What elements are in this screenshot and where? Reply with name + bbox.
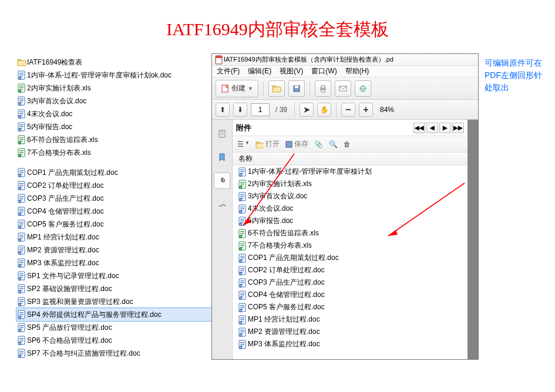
attach-add-button[interactable]: 📎 xyxy=(314,140,323,148)
attachment-item[interactable]: COP1 产品先期策划过程.doc xyxy=(233,252,467,264)
attachment-name: COP1 产品先期策划过程.doc xyxy=(248,253,339,263)
sidebar-thumbnails[interactable] xyxy=(214,126,230,142)
mail-button[interactable] xyxy=(335,80,351,97)
file-item[interactable]: COP1 产品先期策划过程.doc xyxy=(16,166,211,179)
zoom-out-button[interactable]: − xyxy=(341,103,355,117)
doc-icon xyxy=(16,70,27,80)
attachment-item[interactable]: COP2 订单处理过程.doc xyxy=(233,264,467,276)
page-down-button[interactable]: ⬇ xyxy=(233,103,247,117)
attachment-name: MP2 资源管理过程.doc xyxy=(248,327,320,337)
doc-icon xyxy=(237,290,248,300)
attachment-item[interactable]: COP3 产品生产过程.doc xyxy=(233,276,467,289)
share-button[interactable] xyxy=(355,80,371,97)
pdf-viewer-window: IATF16949内部审核全套模板（含内审计划报告检查表）.pd 文件(F) 编… xyxy=(211,53,479,360)
attach-search-button[interactable]: 🔍 xyxy=(329,140,338,148)
file-item[interactable]: SP2 基础设施管理过程.doc xyxy=(16,282,211,295)
doc-icon xyxy=(16,245,27,255)
file-item[interactable]: SP4 外部提供过程产品与服务管理过程.doc xyxy=(16,308,211,321)
attachment-name: 7不合格项分布表.xls xyxy=(248,241,312,251)
pdf-title: IATF16949内部审核全套模板（含内审计划报告检查表）.pd xyxy=(224,55,393,64)
attachment-item[interactable]: MP2 资源管理过程.doc xyxy=(233,326,467,338)
attachment-item[interactable]: MP1 经营计划过程.doc xyxy=(233,313,467,326)
file-item[interactable]: 4末次会议.doc xyxy=(16,107,211,120)
print-icon xyxy=(319,85,327,93)
attach-view-options[interactable]: ☰▼ xyxy=(237,140,250,148)
file-item[interactable]: COP5 客户服务过程.doc xyxy=(16,218,211,231)
attachments-panel: 附件 ◀◀ ◀ ▶ ▶▶ ☰▼ 打开 保存 📎 🔍 xyxy=(233,120,467,359)
attachment-item[interactable]: 4末次会议.doc xyxy=(233,202,467,215)
attachments-column-header[interactable]: 名称 xyxy=(233,153,467,165)
attach-open-button[interactable]: 打开 xyxy=(255,139,280,149)
file-item[interactable]: COP4 仓储管理过程.doc xyxy=(16,205,211,218)
attachment-item[interactable]: 6不符合报告追踪表.xls xyxy=(233,227,467,239)
file-item[interactable]: MP2 资源管理过程.doc xyxy=(16,244,211,256)
attach-nav-last[interactable]: ▶▶ xyxy=(452,123,464,133)
menu-edit[interactable]: 编辑(E) xyxy=(248,66,271,76)
sidebar-attachments[interactable] xyxy=(214,173,230,189)
doc-icon xyxy=(16,297,27,306)
menu-help[interactable]: 帮助(H) xyxy=(345,66,369,76)
attachment-item[interactable]: COP4 仓储管理过程.doc xyxy=(233,289,467,301)
file-item[interactable]: COP3 产品生产过程.doc xyxy=(16,192,211,205)
signature-icon xyxy=(217,200,227,209)
doc-icon xyxy=(16,207,27,216)
create-icon xyxy=(221,85,229,93)
attachment-item[interactable]: COP5 客户服务过程.doc xyxy=(233,301,467,313)
file-name: 7不合格项分布表.xls xyxy=(27,148,91,158)
attachment-name: MP1 经营计划过程.doc xyxy=(248,315,320,325)
attach-nav-first[interactable]: ◀◀ xyxy=(413,123,425,133)
file-item[interactable]: 7不合格项分布表.xls xyxy=(16,146,211,159)
file-item[interactable]: 1内审-体系-过程-管理评审年度审核计划ok.doc xyxy=(16,69,211,82)
sidebar-bookmarks[interactable] xyxy=(214,149,230,165)
file-item[interactable]: SP7 不合格与纠正措施管理过程.doc xyxy=(16,347,211,360)
attachment-item[interactable]: 3内审首次会议.doc xyxy=(233,190,467,202)
menu-view[interactable]: 视图(V) xyxy=(280,66,303,76)
attach-nav-prev[interactable]: ◀ xyxy=(426,123,438,133)
attachment-item[interactable]: 2内审实施计划表.xls xyxy=(233,178,467,190)
file-item[interactable]: 2内审实施计划表.xls xyxy=(16,82,211,94)
save-button[interactable] xyxy=(288,80,305,97)
file-item[interactable]: MP1 经营计划过程.doc xyxy=(16,231,211,244)
file-item[interactable]: IATF16949检查表 xyxy=(16,56,211,69)
file-item[interactable]: SP5 产品放行管理过程.doc xyxy=(16,321,211,334)
attach-delete-button[interactable]: 🗑 xyxy=(344,140,351,148)
file-item[interactable]: COP2 订单处理过程.doc xyxy=(16,179,211,192)
zoom-in-button[interactable]: + xyxy=(359,103,373,117)
file-item[interactable]: 3内审首次会议.doc xyxy=(16,94,211,107)
xls-icon xyxy=(237,241,248,251)
file-item[interactable]: SP1 文件与记录管理过程.doc xyxy=(16,269,211,282)
mail-icon xyxy=(339,85,347,93)
sidebar-signatures[interactable] xyxy=(214,196,230,212)
hand-tool[interactable]: ✋ xyxy=(317,103,331,117)
menu-file[interactable]: 文件(F) xyxy=(217,66,240,76)
attachment-item[interactable]: MP3 体系监控过程.doc xyxy=(233,338,467,350)
attachment-item[interactable]: 7不合格项分布表.xls xyxy=(233,239,467,252)
doc-icon xyxy=(16,168,27,177)
doc-icon xyxy=(237,254,248,263)
doc-icon xyxy=(16,258,27,268)
open-button[interactable] xyxy=(268,80,285,97)
page-up-button[interactable]: ⬆ xyxy=(216,103,230,117)
select-tool[interactable]: ➤ xyxy=(300,103,314,117)
page-title: IATF16949内部审核全套模板 xyxy=(0,0,555,52)
xls-icon xyxy=(16,135,27,144)
attach-nav-next[interactable]: ▶ xyxy=(439,123,451,133)
attach-save-button[interactable]: 保存 xyxy=(285,139,308,149)
file-item[interactable]: SP3 监视和测量资源管理过程.doc xyxy=(16,295,211,308)
file-item[interactable]: SP6 不合格品管理过程.doc xyxy=(16,334,211,347)
file-item[interactable]: MP3 体系监控过程.doc xyxy=(16,256,211,269)
file-item[interactable]: 5内审报告.doc xyxy=(16,120,211,133)
attachment-name: MP3 体系监控过程.doc xyxy=(248,339,320,349)
file-item[interactable]: 6不符合报告追踪表.xls xyxy=(16,133,211,146)
doc-icon xyxy=(237,315,248,325)
attachment-name: 1内审-体系-过程-管理评审年度审核计划 xyxy=(248,167,372,177)
create-button[interactable]: 创建 ▼ xyxy=(216,80,258,97)
attachment-item[interactable]: 5内审报告.doc xyxy=(233,215,467,227)
print-button[interactable] xyxy=(315,80,331,97)
file-name: SP4 外部提供过程产品与服务管理过程.doc xyxy=(27,310,162,320)
arrow-down-icon: ⬇ xyxy=(237,106,243,114)
menu-window[interactable]: 窗口(W) xyxy=(311,66,337,76)
doc-icon xyxy=(16,336,27,345)
page-number-input[interactable] xyxy=(251,103,270,116)
attachment-item[interactable]: 1内审-体系-过程-管理评审年度审核计划 xyxy=(233,165,467,178)
